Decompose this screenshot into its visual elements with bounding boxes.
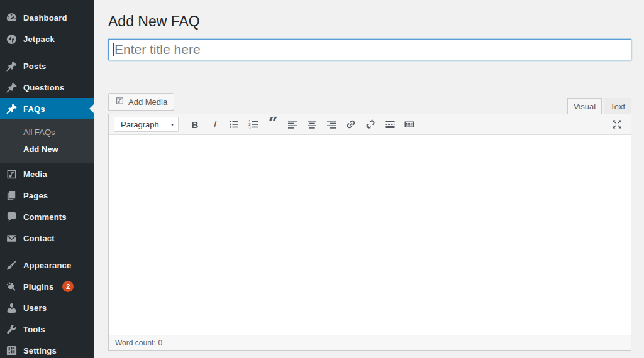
faqs-submenu: All FAQs Add New xyxy=(0,119,94,163)
sidebar-item-users[interactable]: Users xyxy=(0,297,94,318)
sidebar-item-label: Contact xyxy=(23,234,55,243)
italic-icon: I xyxy=(213,119,216,130)
sidebar-item-posts[interactable]: Posts xyxy=(0,55,94,77)
read-more-icon xyxy=(384,118,396,131)
sidebar-item-comments[interactable]: Comments xyxy=(0,206,94,227)
numbered-list-icon: 123 xyxy=(247,118,260,131)
admin-sidebar: Dashboard Jetpack Posts Questions FAQs A… xyxy=(0,0,94,358)
sidebar-item-jetpack[interactable]: Jetpack xyxy=(0,28,94,50)
numbered-list-button[interactable]: 123 xyxy=(245,116,262,133)
keyboard-shortcuts-icon xyxy=(403,118,416,131)
sidebar-item-label: Plugins xyxy=(23,282,53,291)
sidebar-item-label: Dashboard xyxy=(23,13,67,23)
pushpin-icon xyxy=(6,60,18,72)
dashboard-icon xyxy=(6,12,18,24)
sidebar-item-label: Settings xyxy=(23,346,57,355)
sidebar-item-faqs[interactable]: FAQs xyxy=(0,98,94,119)
sidebar-item-label: Comments xyxy=(23,212,67,222)
jetpack-icon xyxy=(6,33,18,45)
media-icon xyxy=(6,168,18,180)
editor-toolbar: Paragraph ▾ B I 123 “ xyxy=(109,114,631,135)
unlink-button[interactable] xyxy=(362,116,379,133)
pages-icon xyxy=(6,190,18,202)
editor-statusbar: Word count: 0 xyxy=(109,335,631,350)
sidebar-item-contact[interactable]: Contact xyxy=(0,227,94,249)
fullscreen-button[interactable] xyxy=(608,116,626,133)
align-left-icon xyxy=(286,118,299,131)
bold-button[interactable]: B xyxy=(186,116,204,133)
link-button[interactable] xyxy=(342,116,360,133)
comments-icon xyxy=(6,211,18,223)
align-center-icon xyxy=(306,118,318,131)
sidebar-item-label: Tools xyxy=(23,325,45,334)
submenu-item-all-faqs[interactable]: All FAQs xyxy=(0,124,94,141)
sidebar-item-label: Pages xyxy=(23,191,48,200)
sidebar-item-label: Jetpack xyxy=(23,35,55,44)
title-input[interactable] xyxy=(108,39,631,60)
format-select[interactable]: Paragraph ▾ xyxy=(114,117,179,132)
page-title: Add New FAQ xyxy=(108,0,631,31)
sidebar-item-questions[interactable]: Questions xyxy=(0,77,94,98)
pushpin-icon xyxy=(6,103,18,115)
sidebar-item-label: Users xyxy=(23,303,47,313)
sidebar-item-appearance[interactable]: Appearance xyxy=(0,254,94,276)
editor-container: Paragraph ▾ B I 123 “ xyxy=(108,114,631,351)
sidebar-item-label: Posts xyxy=(23,62,46,71)
align-right-icon xyxy=(325,118,338,131)
align-right-button[interactable] xyxy=(323,116,340,133)
sidebar-item-label: Media xyxy=(23,170,47,179)
tools-icon xyxy=(6,323,18,335)
editor-tools: Add Media Visual Text xyxy=(108,93,631,114)
sidebar-item-settings[interactable]: Settings xyxy=(0,340,94,358)
editor-canvas[interactable] xyxy=(109,135,631,335)
sidebar-item-plugins[interactable]: Plugins 2 xyxy=(0,276,94,297)
sidebar-item-label: Appearance xyxy=(23,261,71,270)
contact-icon xyxy=(6,232,18,244)
svg-text:3: 3 xyxy=(248,126,251,130)
tab-text[interactable]: Text xyxy=(604,98,631,114)
unlink-icon xyxy=(364,118,377,131)
sidebar-item-tools[interactable]: Tools xyxy=(0,318,94,340)
chevron-down-icon: ▾ xyxy=(171,122,174,127)
editor-mode-tabs: Visual Text xyxy=(567,98,631,114)
plugins-icon xyxy=(6,281,18,293)
bold-icon: B xyxy=(192,119,199,130)
sidebar-item-label: Questions xyxy=(23,83,64,92)
keyboard-shortcuts-button[interactable] xyxy=(401,116,418,133)
italic-button[interactable]: I xyxy=(206,116,223,133)
add-media-label: Add Media xyxy=(128,97,167,107)
submenu-item-add-new[interactable]: Add New xyxy=(0,141,94,158)
word-count-label: Word count: xyxy=(115,339,155,347)
bulleted-list-icon xyxy=(228,118,240,131)
text-caret xyxy=(113,43,114,56)
sidebar-item-pages[interactable]: Pages xyxy=(0,185,94,206)
sidebar-item-media[interactable]: Media xyxy=(0,163,94,185)
bulleted-list-button[interactable] xyxy=(225,116,243,133)
main-content: Add New FAQ Add Media Visual Text Paragr… xyxy=(94,0,644,358)
fullscreen-icon xyxy=(611,118,623,131)
blockquote-button[interactable]: “ xyxy=(264,116,282,133)
word-count-value: 0 xyxy=(158,339,162,347)
format-select-value: Paragraph xyxy=(121,120,159,129)
users-icon xyxy=(6,302,18,314)
pushpin-icon xyxy=(6,82,18,94)
blockquote-icon: “ xyxy=(269,121,278,129)
media-icon xyxy=(115,96,125,107)
sidebar-item-label: FAQs xyxy=(23,104,45,114)
appearance-icon xyxy=(6,259,18,271)
plugins-update-badge: 2 xyxy=(62,281,74,292)
add-media-button[interactable]: Add Media xyxy=(108,93,174,111)
sidebar-item-dashboard[interactable]: Dashboard xyxy=(0,7,94,28)
tab-visual[interactable]: Visual xyxy=(567,98,602,114)
settings-icon xyxy=(6,345,18,357)
title-field-wrap xyxy=(108,39,631,60)
read-more-button[interactable] xyxy=(381,116,399,133)
align-center-button[interactable] xyxy=(303,116,321,133)
align-left-button[interactable] xyxy=(284,116,301,133)
link-icon xyxy=(345,118,357,131)
